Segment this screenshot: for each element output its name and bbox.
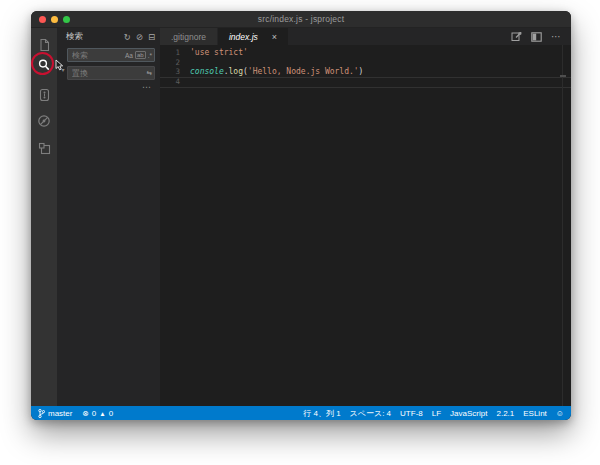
search-input[interactable]: 検索 Aa ab .* bbox=[67, 48, 155, 62]
code-line-3: 3 console.log('Hello, Node.js World.') bbox=[160, 67, 571, 77]
toggle-layout-icon[interactable] bbox=[531, 32, 542, 42]
search-fields: 検索 Aa ab .* 置換 ⇆ ⋯ bbox=[67, 48, 155, 90]
search-input-placeholder: 検索 bbox=[72, 50, 123, 61]
toggle-search-details-icon[interactable]: ⋯ bbox=[67, 84, 155, 90]
branch-name: master bbox=[48, 409, 72, 418]
editor-actions: ⋯ bbox=[511, 28, 571, 45]
regex-icon[interactable]: .* bbox=[148, 52, 152, 59]
extensions-icon bbox=[38, 142, 51, 155]
overview-ruler-cursor-marker bbox=[560, 75, 566, 77]
match-case-icon[interactable]: Aa bbox=[125, 52, 133, 59]
debug-icon bbox=[37, 114, 51, 128]
errors-icon: ⊗ bbox=[82, 409, 88, 418]
cursor-position-status[interactable]: 行 4、列 1 bbox=[303, 408, 340, 419]
overview-ruler[interactable] bbox=[562, 45, 563, 406]
line-number: 2 bbox=[160, 58, 190, 68]
line-number: 1 bbox=[160, 48, 190, 58]
close-tab-icon[interactable]: × bbox=[272, 32, 277, 42]
git-branch-status[interactable]: master bbox=[38, 409, 72, 418]
search-sidebar: 検索 ↻ ⊘ ⊟ ▾ 検索 Aa ab .* bbox=[57, 28, 160, 406]
status-bar: master ⊗ 0 ▲ 0 行 4、列 1 スペース: 4 UTF-8 LF … bbox=[31, 406, 571, 420]
close-window-button[interactable] bbox=[39, 16, 46, 23]
sidebar-item-extensions[interactable] bbox=[31, 137, 57, 159]
tab-bar: .gitignore index.js × bbox=[160, 28, 571, 45]
problems-status[interactable]: ⊗ 0 ▲ 0 bbox=[82, 409, 113, 418]
editor-group: .gitignore index.js × bbox=[160, 28, 571, 406]
refresh-icon[interactable]: ↻ bbox=[124, 32, 131, 42]
encoding-status[interactable]: UTF-8 bbox=[400, 409, 423, 418]
search-panel-header: 検索 ↻ ⊘ ⊟ bbox=[57, 28, 160, 45]
files-icon bbox=[38, 38, 51, 52]
language-mode-status[interactable]: JavaScript bbox=[450, 409, 487, 418]
errors-count: 0 bbox=[92, 409, 96, 418]
sidebar-item-debug[interactable] bbox=[31, 110, 57, 132]
eol-status[interactable]: LF bbox=[432, 409, 441, 418]
vscode-window: src/index.js - jsproject bbox=[31, 11, 571, 420]
replace-input[interactable]: 置換 ⇆ bbox=[67, 66, 155, 80]
source-control-icon bbox=[38, 88, 51, 102]
main-area: 検索 ↻ ⊘ ⊟ ▾ 検索 Aa ab .* bbox=[31, 28, 571, 406]
status-bar-left: master ⊗ 0 ▲ 0 bbox=[38, 409, 113, 418]
extension-version-status[interactable]: 2.2.1 bbox=[496, 409, 514, 418]
code-token-method: log bbox=[229, 67, 243, 77]
tab-label: index.js bbox=[229, 32, 258, 42]
clear-search-results-icon[interactable]: ⊘ bbox=[136, 32, 143, 42]
annotation-circle bbox=[31, 52, 54, 75]
search-area: ▾ 検索 Aa ab .* 置換 ⇆ ⋯ bbox=[57, 45, 160, 90]
whole-word-icon[interactable]: ab bbox=[135, 51, 146, 59]
tab-gitignore[interactable]: .gitignore bbox=[160, 28, 217, 45]
tab-index-js[interactable]: index.js × bbox=[218, 28, 288, 45]
traffic-lights bbox=[39, 11, 70, 27]
code-line-4-current: 4 bbox=[160, 77, 571, 88]
code-token-punct: ) bbox=[359, 67, 364, 77]
more-actions-icon[interactable]: ⋯ bbox=[551, 33, 561, 41]
screenshot-stage: src/index.js - jsproject bbox=[0, 0, 600, 465]
code-line-2: 2 bbox=[160, 58, 571, 68]
warnings-count: 0 bbox=[109, 409, 113, 418]
search-panel-title: 検索 bbox=[66, 31, 124, 43]
indentation-status[interactable]: スペース: 4 bbox=[350, 408, 391, 419]
zoom-window-button[interactable] bbox=[63, 16, 70, 23]
sidebar-item-source-control[interactable] bbox=[31, 84, 57, 106]
git-branch-icon bbox=[38, 409, 45, 418]
replace-all-icon[interactable]: ⇆ bbox=[147, 69, 152, 77]
code-editor[interactable]: 1 'use strict' 2 3 console.log('Hello, N… bbox=[160, 45, 571, 406]
code-token-string: 'use strict' bbox=[190, 48, 248, 58]
split-editor-icon[interactable] bbox=[511, 31, 522, 42]
feedback-smiley-icon[interactable]: ☺ bbox=[556, 409, 564, 418]
search-panel-actions: ↻ ⊘ ⊟ bbox=[124, 32, 155, 42]
title-bar: src/index.js - jsproject bbox=[31, 11, 571, 28]
tab-label: .gitignore bbox=[171, 32, 206, 42]
activity-bar bbox=[31, 28, 57, 406]
collapse-all-icon[interactable]: ⊟ bbox=[148, 32, 155, 42]
code-line-1: 1 'use strict' bbox=[160, 48, 571, 58]
status-bar-right: 行 4、列 1 スペース: 4 UTF-8 LF JavaScript 2.2.… bbox=[303, 408, 564, 419]
window-title: src/index.js - jsproject bbox=[258, 14, 345, 24]
replace-input-placeholder: 置換 bbox=[72, 68, 145, 79]
code-token-object: console bbox=[190, 67, 224, 77]
mouse-cursor bbox=[55, 59, 64, 71]
eslint-status[interactable]: ESLint bbox=[523, 409, 547, 418]
line-number: 3 bbox=[160, 67, 190, 77]
minimize-window-button[interactable] bbox=[51, 16, 58, 23]
warnings-icon: ▲ bbox=[99, 410, 105, 417]
line-number: 4 bbox=[160, 77, 190, 87]
code-token-string: 'Hello, Node.js World.' bbox=[248, 67, 359, 77]
